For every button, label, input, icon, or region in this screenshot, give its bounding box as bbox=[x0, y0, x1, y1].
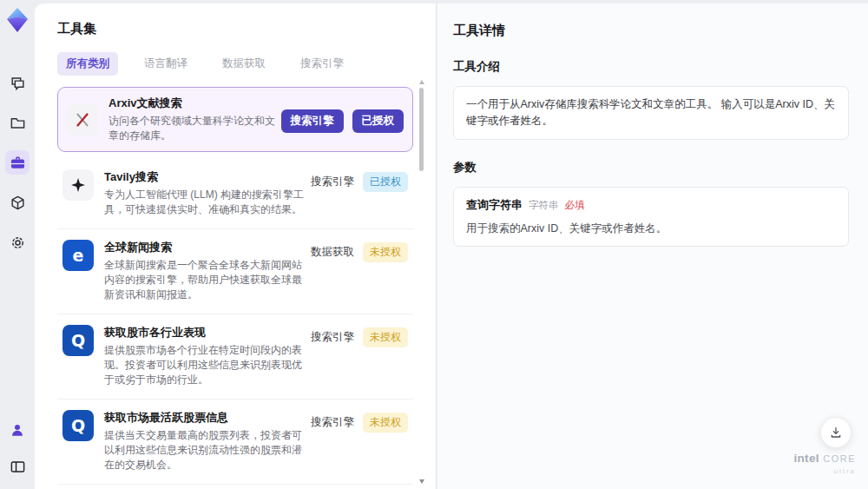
auth-status-badge: 已授权 bbox=[363, 172, 408, 192]
folder-icon bbox=[10, 115, 26, 131]
tool-name: 获取市场最活跃股票信息 bbox=[104, 410, 306, 425]
packages-nav-button[interactable] bbox=[5, 190, 30, 215]
category-tabs: 所有类别 语言翻译 数据获取 搜索引擎 bbox=[57, 52, 413, 76]
toolbox-icon bbox=[10, 155, 26, 171]
param-required-flag: 必填 bbox=[565, 199, 585, 212]
ultra-logo-text: ultra bbox=[794, 466, 857, 477]
intel-core-logo: intel core ultra bbox=[794, 452, 857, 477]
auth-status-badge: 未授权 bbox=[363, 327, 408, 347]
tool-description: 提供当天交易量最高的股票列表，投资者可以利用这些信息来识别流动性强的股票和潜在的… bbox=[104, 428, 306, 472]
intro-heading: 工具介绍 bbox=[453, 59, 849, 75]
scroll-down-arrow-icon[interactable] bbox=[419, 479, 424, 484]
param-box: 查询字符串 字符串 必填 用于搜索的Arxiv ID、关键字或作者姓名。 bbox=[453, 187, 849, 247]
arxiv-logo-icon bbox=[67, 104, 98, 135]
tool-row-global-news[interactable]: e 全球新闻搜索 全球新闻搜索是一个聚合全球各大新闻网站内容的搜索引擎，帮助用户… bbox=[57, 229, 413, 314]
tool-description: 提供股票市场各个行业在特定时间段内的表现。投资者可以利用这些信息来识别表现优于或… bbox=[104, 343, 306, 387]
account-nav-button[interactable] bbox=[5, 418, 30, 442]
tool-description: 专为人工智能代理 (LLM) 构建的搜索引擎工具，可快速提供实时、准确和真实的结… bbox=[104, 188, 306, 217]
news-app-icon: e bbox=[62, 240, 94, 271]
intro-text: 一个用于从Arxiv存储库搜索科学论文和文章的工具。 输入可以是Arxiv ID… bbox=[466, 96, 836, 129]
tool-detail-panel: 工具详情 工具介绍 一个用于从Arxiv存储库搜索科学论文和文章的工具。 输入可… bbox=[437, 3, 868, 489]
gear-icon bbox=[10, 235, 26, 251]
tab-language-translation[interactable]: 语言翻译 bbox=[135, 52, 196, 76]
stock-app-icon: Q bbox=[62, 410, 94, 441]
core-logo-text: core bbox=[823, 453, 856, 464]
intro-box: 一个用于从Arxiv存储库搜索科学论文和文章的工具。 输入可以是Arxiv ID… bbox=[453, 86, 849, 140]
tool-name: Arxiv文献搜索 bbox=[108, 96, 281, 110]
tool-row-sector-performance[interactable]: Q 获取股市各行业表现 提供股票市场各个行业在特定时间段内的表现。投资者可以利用… bbox=[57, 314, 413, 400]
params-heading: 参数 bbox=[453, 160, 849, 175]
collapse-panel-button[interactable] bbox=[5, 454, 30, 479]
app-window: 工具集 所有类别 语言翻译 数据获取 搜索引擎 A bbox=[0, 0, 868, 489]
chat-icon bbox=[10, 75, 26, 91]
chat-nav-button[interactable] bbox=[5, 70, 30, 95]
cube-icon bbox=[10, 195, 26, 211]
intel-logo-text: intel bbox=[794, 452, 819, 465]
category-label: 数据获取 bbox=[311, 245, 354, 260]
tool-description: 访问各个研究领域大量科学论文和文章的存储库。 bbox=[108, 114, 281, 143]
scroll-up-arrow-icon[interactable] bbox=[419, 80, 424, 84]
user-icon bbox=[10, 422, 25, 438]
app-logo-icon bbox=[6, 8, 29, 32]
tool-row-most-active-stocks[interactable]: Q 获取市场最活跃股票信息 提供当天交易量最高的股票列表，投资者可以利用这些信息… bbox=[57, 400, 413, 485]
param-type: 字符串 bbox=[529, 199, 559, 212]
stock-app-icon: Q bbox=[62, 325, 94, 356]
tab-data-fetch[interactable]: 数据获取 bbox=[214, 52, 274, 76]
category-badge: 搜索引擎 bbox=[281, 109, 344, 133]
param-name: 查询字符串 bbox=[466, 197, 523, 213]
tool-name: 获取股市各行业表现 bbox=[104, 325, 306, 340]
page-title: 工具集 bbox=[57, 21, 413, 37]
tool-name: 全球新闻搜索 bbox=[104, 240, 306, 254]
tool-description: 全球新闻搜索是一个聚合全球各大新闻网站内容的搜索引擎，帮助用户快速获取全球最新资… bbox=[104, 258, 306, 302]
tool-name: Tavily搜索 bbox=[104, 169, 306, 184]
auth-status-badge: 未授权 bbox=[363, 242, 408, 262]
list-scrollbar[interactable] bbox=[419, 80, 424, 484]
scrollbar-thumb[interactable] bbox=[419, 88, 424, 171]
files-nav-button[interactable] bbox=[5, 110, 30, 135]
download-icon bbox=[829, 426, 843, 439]
tavily-star-icon bbox=[62, 169, 94, 201]
left-nav-rail bbox=[0, 0, 35, 489]
tab-search-engine[interactable]: 搜索引擎 bbox=[292, 52, 352, 76]
tool-row-tavily[interactable]: Tavily搜索 专为人工智能代理 (LLM) 构建的搜索引擎工具，可快速提供实… bbox=[57, 159, 413, 229]
tool-list: Arxiv文献搜索 访问各个研究领域大量科学论文和文章的存储库。 搜索引擎 已授… bbox=[57, 87, 413, 489]
download-button[interactable] bbox=[820, 417, 852, 448]
tools-list-panel: 工具集 所有类别 语言翻译 数据获取 搜索引擎 A bbox=[35, 3, 437, 489]
auth-status-badge: 已授权 bbox=[352, 109, 404, 133]
param-description: 用于搜索的Arxiv ID、关键字或作者姓名。 bbox=[466, 221, 836, 236]
tab-all-categories[interactable]: 所有类别 bbox=[57, 52, 118, 76]
detail-panel-title: 工具详情 bbox=[453, 23, 849, 39]
category-label: 搜索引擎 bbox=[311, 330, 354, 345]
tool-row-regional-news[interactable]: 万维地区新闻查询 查询具体行政区划内的新闻，快速了解各地新闻动 搜索引擎 未授权 bbox=[57, 485, 413, 489]
auth-status-badge: 未授权 bbox=[363, 413, 408, 433]
category-label: 搜索引擎 bbox=[311, 415, 354, 430]
category-label: 搜索引擎 bbox=[311, 175, 354, 189]
settings-nav-button[interactable] bbox=[5, 230, 30, 254]
panel-layout-icon bbox=[10, 459, 26, 475]
tools-nav-button[interactable] bbox=[5, 150, 30, 175]
tool-row-arxiv[interactable]: Arxiv文献搜索 访问各个研究领域大量科学论文和文章的存储库。 搜索引擎 已授… bbox=[57, 87, 413, 152]
